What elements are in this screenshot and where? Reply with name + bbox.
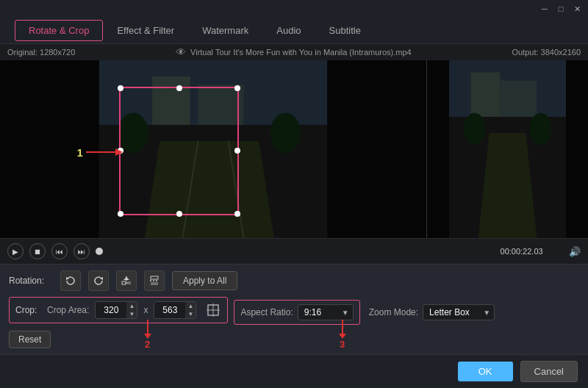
arrow-right-icon <box>86 146 123 159</box>
svg-rect-18 <box>471 73 501 118</box>
video-info-bar: Original: 1280x720 👁 Virtual Tour It's M… <box>0 44 588 60</box>
aspect-ratio-label: Aspect Ratio: <box>240 307 293 317</box>
video-panels: 1 <box>0 60 588 238</box>
main-content: Original: 1280x720 👁 Virtual Tour It's M… <box>0 44 588 388</box>
crop-label: Crop: <box>15 305 41 315</box>
svg-rect-23 <box>427 60 449 238</box>
crop-width-down[interactable]: ▼ <box>126 310 137 318</box>
zoom-mode-label: Zoom Mode: <box>369 307 418 317</box>
aspect-ratio-section: Aspect Ratio: Original 16:9 4:3 9:16 1:1… <box>234 300 359 325</box>
next-frame-button[interactable]: ⏭ <box>74 243 90 259</box>
playback-bar: ▶ ⏹ ⏮ ⏭ 00:00:22.03 🔊 <box>0 238 588 264</box>
aspect-ratio-select-wrapper: Original 16:9 4:3 9:16 1:1 ▼ <box>298 304 354 320</box>
rotate-left-button[interactable] <box>60 270 81 291</box>
tab-rotate-crop[interactable]: Rotate & Crop <box>15 20 103 41</box>
zoom-mode-select-wrapper: Letter Box Pan & Scan Full ▼ <box>423 304 495 320</box>
crop-overlay <box>119 87 238 215</box>
annotation-num-1: 1 <box>76 146 82 159</box>
aspect-ratio-select[interactable]: Original 16:9 4:3 9:16 1:1 <box>298 304 354 320</box>
annotation-1: 1 <box>76 146 122 159</box>
rotate-right-icon <box>93 275 104 287</box>
apply-all-button[interactable]: Apply to All <box>172 271 237 290</box>
crop-width-spinners: ▲ ▼ <box>126 302 137 318</box>
title-bar: ─ □ ✕ <box>0 0 588 18</box>
svg-rect-24 <box>566 60 588 238</box>
svg-rect-34 <box>151 282 158 285</box>
tab-effect-filter[interactable]: Effect & Filter <box>103 20 188 41</box>
cancel-button[interactable]: Cancel <box>520 361 578 382</box>
video-panel-right <box>426 60 588 238</box>
video-area: Original: 1280x720 👁 Virtual Tour It's M… <box>0 44 588 264</box>
flip-h-icon <box>121 275 132 287</box>
crop-handle-bl[interactable] <box>118 211 123 217</box>
video-panel-left: 1 <box>0 60 426 238</box>
reset-button[interactable]: Reset <box>9 331 51 348</box>
svg-marker-14 <box>115 148 123 156</box>
annotation-num-3: 3 <box>340 339 345 350</box>
tab-watermark[interactable]: Watermark <box>188 20 262 41</box>
crop-handle-tl[interactable] <box>118 85 123 91</box>
crop-row: Crop: Crop Area: ▲ ▼ x ▲ ▼ <box>9 297 228 323</box>
tabs-row: Rotate & Crop Effect & Filter Watermark … <box>0 18 588 44</box>
crop-height-input-wrapper: ▲ ▼ <box>154 301 196 319</box>
zoom-mode-select[interactable]: Letter Box Pan & Scan Full <box>423 304 495 320</box>
eye-icon: 👁 <box>176 46 186 58</box>
annotation-2: 2 <box>145 320 150 350</box>
crop-handle-bc[interactable] <box>176 211 182 217</box>
tab-audio[interactable]: Audio <box>262 20 315 41</box>
crop-height-down[interactable]: ▼ <box>185 310 196 318</box>
flip-v-icon <box>148 275 160 287</box>
input-resolution: Original: 1280x720 <box>7 48 75 57</box>
svg-rect-31 <box>127 281 131 284</box>
ok-button[interactable]: OK <box>458 362 513 381</box>
svg-rect-33 <box>151 276 158 279</box>
tab-subtitle[interactable]: Subtitle <box>315 20 375 41</box>
crop-height-input[interactable] <box>154 303 185 317</box>
footer-bar: OK Cancel <box>0 354 588 388</box>
rotate-right-button[interactable] <box>88 270 109 291</box>
crop-height-up[interactable]: ▲ <box>185 302 196 310</box>
crop-height-spinners: ▲ ▼ <box>185 302 196 318</box>
svg-rect-30 <box>122 281 126 284</box>
crop-center-icon <box>205 302 221 318</box>
filename: Virtual Tour It's More Fun with You in M… <box>190 48 412 57</box>
svg-point-21 <box>464 113 486 146</box>
crop-handle-tc[interactable] <box>176 85 182 91</box>
crop-handle-br[interactable] <box>234 211 240 217</box>
crop-width-input[interactable] <box>96 303 126 317</box>
close-button[interactable]: ✕ <box>572 4 582 14</box>
rotate-left-icon <box>65 275 76 287</box>
svg-marker-29 <box>126 277 129 280</box>
flip-vertical-button[interactable] <box>144 270 165 291</box>
crop-controls-row: Crop: Crop Area: ▲ ▼ x ▲ ▼ <box>9 297 579 328</box>
minimize-button[interactable]: ─ <box>539 4 550 14</box>
output-resolution: Output: 3840x2160 <box>512 48 581 57</box>
flip-horizontal-button[interactable] <box>116 270 137 291</box>
annotation-num-2: 2 <box>145 339 150 350</box>
crop-area-label: Crop Area: <box>47 305 89 315</box>
rotation-label: Rotation: <box>9 276 53 286</box>
progress-indicator[interactable] <box>96 248 103 255</box>
rotation-row: Rotation: <box>9 270 579 291</box>
bottom-controls: Rotation: <box>0 264 588 354</box>
crop-width-up[interactable]: ▲ <box>126 302 137 310</box>
svg-rect-10 <box>327 60 426 238</box>
play-button[interactable]: ▶ <box>7 243 24 259</box>
center-align-icon <box>207 303 220 317</box>
maximize-button[interactable]: □ <box>556 4 566 14</box>
svg-point-8 <box>270 113 301 154</box>
svg-point-22 <box>529 113 551 146</box>
stop-button[interactable]: ⏹ <box>29 243 46 259</box>
volume-icon[interactable]: 🔊 <box>569 246 581 257</box>
svg-marker-28 <box>123 277 126 280</box>
zoom-mode-section: Zoom Mode: Letter Box Pan & Scan Full ▼ <box>369 304 495 320</box>
video-right-content <box>427 60 588 238</box>
x-separator: x <box>143 305 148 315</box>
current-time: 00:00:22.03 <box>501 247 543 256</box>
prev-frame-button[interactable]: ⏮ <box>51 243 68 259</box>
crop-width-input-wrapper: ▲ ▼ <box>95 301 137 319</box>
svg-rect-19 <box>501 81 537 118</box>
